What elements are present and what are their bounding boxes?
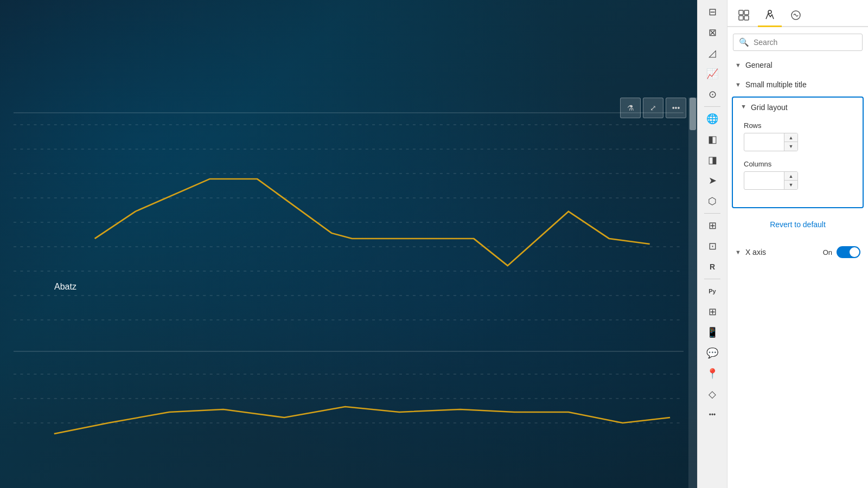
grid-layout-body: Rows 3 ▲ ▼ Columns 2 ▲ ▼	[733, 117, 863, 207]
grid-layout-section: ▲ Grid layout Rows 3 ▲ ▼ Columns 2	[732, 97, 864, 208]
matrix-viz-icon[interactable]: ⊡	[700, 236, 724, 256]
small-multiple-section-header[interactable]: ▼ Small multiple title	[727, 75, 868, 94]
rows-up-button[interactable]: ▲	[784, 133, 797, 142]
chart-scrollbar-thumb[interactable]	[690, 98, 696, 130]
custom-viz-icon[interactable]: ◇	[700, 384, 724, 404]
rows-label: Rows	[744, 121, 852, 130]
x-axis-chevron: ▼	[735, 249, 741, 255]
grid-layout-header[interactable]: ▲ Grid layout	[733, 98, 863, 117]
more-viz-icon[interactable]: •••	[700, 405, 724, 425]
columns-up-button[interactable]: ▲	[784, 172, 797, 181]
general-label: General	[745, 61, 773, 69]
rows-down-button[interactable]: ▼	[784, 142, 797, 151]
rows-input-row: 3 ▲ ▼	[744, 133, 798, 151]
small-multiple-label: Small multiple title	[745, 80, 807, 89]
chart-label: Abatz	[54, 282, 76, 292]
x-axis-toggle-thumb	[850, 247, 859, 257]
section-list: ▼ General ▼ Small multiple title ▲ Grid …	[727, 55, 868, 488]
fields-tab[interactable]	[732, 4, 756, 26]
svg-rect-15	[744, 10, 749, 15]
columns-input-row: 2 ▲ ▼	[744, 171, 798, 190]
chart-scrollbar[interactable]	[688, 98, 697, 488]
tab-bar	[727, 0, 868, 27]
search-input[interactable]	[754, 38, 857, 47]
rows-spinner: ▲ ▼	[784, 133, 797, 151]
filter-button[interactable]: ⚗	[620, 98, 641, 118]
svg-rect-16	[739, 16, 743, 20]
columns-down-button[interactable]: ▼	[784, 181, 797, 189]
x-axis-section[interactable]: ▼ X axis On	[727, 241, 868, 264]
scatter-viz-icon[interactable]: ⊞	[700, 302, 724, 322]
more-options-button[interactable]: •••	[666, 98, 686, 118]
stacked-chart-icon[interactable]: ⊠	[700, 23, 724, 42]
format-tab[interactable]	[758, 4, 782, 26]
revert-to-default-button[interactable]: Revert to default	[735, 215, 860, 234]
kpi-viz-icon[interactable]: 📍	[700, 364, 724, 383]
strip-separator-3	[704, 279, 720, 279]
search-bar[interactable]: 🔍	[733, 34, 863, 51]
icon-strip: ⊟ ⊠ ◿ 📈 ⊙ 🌐 ◧ ◨ ➤ ⬡ ⊞ ⊡ R Py ⊞ 📱 💬 📍 ◇ •…	[697, 0, 727, 488]
x-axis-toggle[interactable]	[837, 246, 860, 258]
format-panel: 🔍 ▼ General ▼ Small multiple title ▲ Gri…	[727, 0, 868, 488]
svg-rect-17	[744, 16, 749, 20]
expand-button[interactable]: ⤢	[643, 98, 663, 118]
chart-svg	[0, 0, 697, 488]
line-chart-icon[interactable]: 📈	[700, 64, 724, 84]
donut-chart-icon[interactable]: ⊙	[700, 85, 724, 104]
columns-label: Columns	[744, 160, 852, 168]
strip-separator-2	[704, 213, 720, 214]
columns-input[interactable]: 2	[744, 173, 784, 188]
svg-point-18	[768, 10, 771, 14]
search-icon: 🔍	[739, 37, 749, 47]
x-axis-toggle-label: On	[823, 248, 832, 256]
grid-layout-chevron: ▲	[741, 104, 746, 111]
rows-input[interactable]: 3	[744, 134, 784, 150]
text-viz-icon[interactable]: 💬	[700, 343, 724, 363]
analytics-tab[interactable]	[784, 4, 808, 26]
globe-viz-icon[interactable]: ⬡	[700, 191, 724, 211]
r-viz-icon[interactable]: R	[700, 257, 724, 277]
general-section-header[interactable]: ▼ General	[727, 55, 868, 75]
x-axis-label: X axis	[745, 248, 766, 256]
grid-layout-label: Grid layout	[751, 103, 788, 112]
chart-area: Abatz ⚗ ⤢ •••	[0, 0, 697, 488]
x-axis-toggle-row: On	[823, 246, 860, 258]
map-viz-icon[interactable]: 🌐	[700, 109, 724, 129]
filled-map-icon[interactable]: ◧	[700, 130, 724, 149]
general-chevron: ▼	[735, 62, 741, 68]
slicer-viz-icon[interactable]: 📱	[700, 323, 724, 342]
x-axis-left: ▼ X axis	[735, 248, 766, 256]
python-viz-icon[interactable]: Py	[700, 281, 724, 301]
columns-spinner: ▲ ▼	[784, 172, 797, 189]
svg-rect-14	[739, 10, 743, 15]
strip-separator-1	[704, 106, 720, 107]
chart-controls: ⚗ ⤢ •••	[620, 98, 686, 118]
small-multiple-chevron: ▼	[735, 81, 741, 88]
table-viz-icon[interactable]: ⊞	[700, 216, 724, 235]
bar-chart-viz-icon[interactable]: ⊟	[700, 2, 724, 22]
area-chart-icon[interactable]: ◿	[700, 43, 724, 63]
shape-map-icon[interactable]: ◨	[700, 150, 724, 170]
nav-icon[interactable]: ➤	[700, 171, 724, 190]
